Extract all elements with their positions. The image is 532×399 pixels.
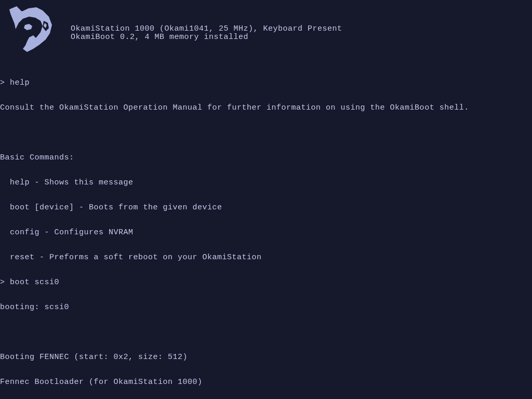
terminal-line	[0, 129, 532, 137]
terminal-line: > help	[0, 79, 532, 87]
system-info-line: OkamiStation 1000 (Okami1041, 25 MHz), K…	[71, 25, 342, 33]
terminal-line: boot [device] - Boots from the given dev…	[0, 204, 532, 212]
terminal-line: config - Configures NVRAM	[0, 229, 532, 237]
wolf-logo-icon	[0, 0, 62, 62]
terminal-line: Booting FENNEC (start: 0x2, size: 512)	[0, 353, 532, 362]
bootloader-info-line: OkamiBoot 0.2, 4 MB memory installed	[71, 33, 342, 42]
terminal-line	[0, 328, 532, 337]
terminal-line: reset - Preforms a soft reboot on your O…	[0, 254, 532, 262]
terminal-line: Consult the OkamiStation Operation Manua…	[0, 104, 532, 112]
terminal-output[interactable]: > help Consult the OkamiStation Operatio…	[0, 62, 532, 399]
boot-header: OkamiStation 1000 (Okami1041, 25 MHz), K…	[0, 0, 532, 62]
boot-header-text: OkamiStation 1000 (Okami1041, 25 MHz), K…	[71, 0, 342, 42]
terminal-line: Fennec Bootloader (for OkamiStation 1000…	[0, 378, 532, 387]
terminal-line: help - Shows this message	[0, 179, 532, 187]
terminal-line: Basic Commands:	[0, 154, 532, 162]
terminal-line: booting: scsi0	[0, 303, 532, 312]
terminal-line: > boot scsi0	[0, 278, 532, 287]
